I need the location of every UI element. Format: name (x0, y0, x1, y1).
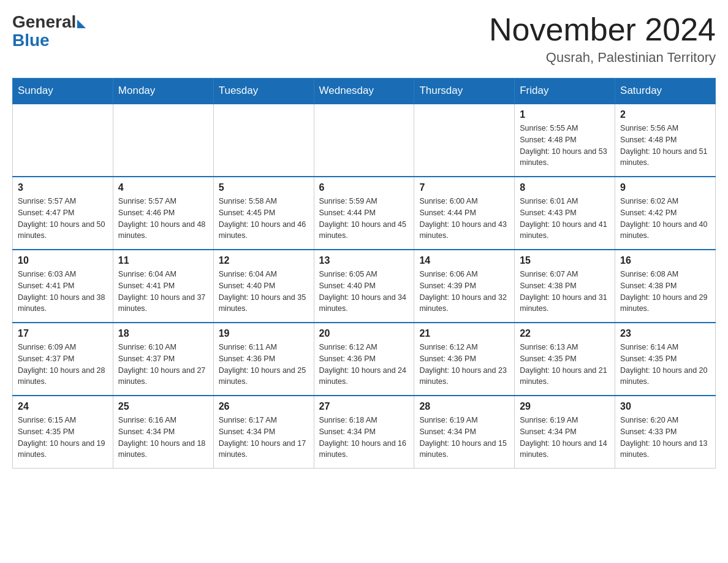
calendar-cell (213, 104, 314, 177)
day-number: 25 (118, 401, 208, 412)
day-info: Sunrise: 6:03 AMSunset: 4:41 PMDaylight:… (18, 269, 108, 315)
day-info: Sunrise: 6:06 AMSunset: 4:39 PMDaylight:… (419, 269, 509, 315)
day-number: 30 (620, 401, 710, 412)
calendar-cell (13, 104, 113, 177)
calendar-cell: 17Sunrise: 6:09 AMSunset: 4:37 PMDayligh… (13, 323, 113, 396)
day-info: Sunrise: 6:07 AMSunset: 4:38 PMDaylight:… (520, 269, 610, 315)
day-info: Sunrise: 6:15 AMSunset: 4:35 PMDaylight:… (18, 415, 108, 461)
day-number: 4 (118, 182, 208, 193)
day-info: Sunrise: 6:04 AMSunset: 4:41 PMDaylight:… (118, 269, 208, 315)
day-info: Sunrise: 5:57 AMSunset: 4:46 PMDaylight:… (118, 196, 208, 242)
day-info: Sunrise: 6:14 AMSunset: 4:35 PMDaylight:… (620, 342, 710, 388)
day-number: 2 (620, 109, 710, 120)
calendar-cell: 29Sunrise: 6:19 AMSunset: 4:34 PMDayligh… (515, 396, 615, 469)
calendar-cell (314, 104, 414, 177)
day-number: 15 (520, 255, 610, 266)
calendar-week-row: 10Sunrise: 6:03 AMSunset: 4:41 PMDayligh… (13, 250, 716, 323)
calendar-week-row: 17Sunrise: 6:09 AMSunset: 4:37 PMDayligh… (13, 323, 716, 396)
day-info: Sunrise: 6:01 AMSunset: 4:43 PMDaylight:… (520, 196, 610, 242)
day-info: Sunrise: 6:11 AMSunset: 4:36 PMDaylight:… (219, 342, 309, 388)
calendar-cell: 9Sunrise: 6:02 AMSunset: 4:42 PMDaylight… (615, 177, 716, 250)
day-info: Sunrise: 6:08 AMSunset: 4:38 PMDaylight:… (620, 269, 710, 315)
day-number: 9 (620, 182, 710, 193)
day-number: 5 (219, 182, 309, 193)
title-section: November 2024 Qusrah, Palestinian Territ… (489, 12, 716, 66)
day-number: 24 (18, 401, 108, 412)
calendar-cell: 2Sunrise: 5:56 AMSunset: 4:48 PMDaylight… (615, 104, 716, 177)
calendar-cell: 27Sunrise: 6:18 AMSunset: 4:34 PMDayligh… (314, 396, 414, 469)
logo-blue-text: Blue (12, 31, 50, 50)
day-number: 8 (520, 182, 610, 193)
calendar-cell: 15Sunrise: 6:07 AMSunset: 4:38 PMDayligh… (515, 250, 615, 323)
day-info: Sunrise: 6:12 AMSunset: 4:36 PMDaylight:… (419, 342, 509, 388)
calendar-cell: 7Sunrise: 6:00 AMSunset: 4:44 PMDaylight… (414, 177, 515, 250)
calendar-cell: 22Sunrise: 6:13 AMSunset: 4:35 PMDayligh… (515, 323, 615, 396)
day-number: 11 (118, 255, 208, 266)
calendar-header-thursday: Thursday (414, 79, 515, 104)
month-title: November 2024 (489, 12, 716, 47)
day-number: 23 (620, 328, 710, 339)
calendar-cell: 8Sunrise: 6:01 AMSunset: 4:43 PMDaylight… (515, 177, 615, 250)
day-number: 13 (319, 255, 409, 266)
logo-general-text: General (12, 12, 76, 32)
day-number: 3 (18, 182, 108, 193)
calendar-week-row: 3Sunrise: 5:57 AMSunset: 4:47 PMDaylight… (13, 177, 716, 250)
day-info: Sunrise: 6:10 AMSunset: 4:37 PMDaylight:… (118, 342, 208, 388)
day-info: Sunrise: 5:56 AMSunset: 4:48 PMDaylight:… (620, 123, 710, 169)
calendar-header-wednesday: Wednesday (314, 79, 414, 104)
logo-triangle-icon (77, 20, 86, 28)
calendar-cell: 18Sunrise: 6:10 AMSunset: 4:37 PMDayligh… (113, 323, 213, 396)
calendar-week-row: 1Sunrise: 5:55 AMSunset: 4:48 PMDaylight… (13, 104, 716, 177)
calendar-cell: 20Sunrise: 6:12 AMSunset: 4:36 PMDayligh… (314, 323, 414, 396)
day-info: Sunrise: 6:13 AMSunset: 4:35 PMDaylight:… (520, 342, 610, 388)
day-number: 12 (219, 255, 309, 266)
day-number: 21 (419, 328, 509, 339)
day-number: 26 (219, 401, 309, 412)
calendar-cell: 21Sunrise: 6:12 AMSunset: 4:36 PMDayligh… (414, 323, 515, 396)
calendar-week-row: 24Sunrise: 6:15 AMSunset: 4:35 PMDayligh… (13, 396, 716, 469)
calendar-cell: 28Sunrise: 6:19 AMSunset: 4:34 PMDayligh… (414, 396, 515, 469)
day-info: Sunrise: 6:17 AMSunset: 4:34 PMDaylight:… (219, 415, 309, 461)
day-number: 10 (18, 255, 108, 266)
day-number: 18 (118, 328, 208, 339)
day-info: Sunrise: 6:05 AMSunset: 4:40 PMDaylight:… (319, 269, 409, 315)
day-number: 16 (620, 255, 710, 266)
calendar-cell: 12Sunrise: 6:04 AMSunset: 4:40 PMDayligh… (213, 250, 314, 323)
day-number: 6 (319, 182, 409, 193)
logo: General Blue (12, 12, 86, 50)
day-number: 22 (520, 328, 610, 339)
day-number: 20 (319, 328, 409, 339)
day-info: Sunrise: 5:57 AMSunset: 4:47 PMDaylight:… (18, 196, 108, 242)
calendar-header-monday: Monday (113, 79, 213, 104)
calendar-header-saturday: Saturday (615, 79, 716, 104)
day-number: 27 (319, 401, 409, 412)
day-number: 28 (419, 401, 509, 412)
day-info: Sunrise: 6:00 AMSunset: 4:44 PMDaylight:… (419, 196, 509, 242)
calendar-cell: 13Sunrise: 6:05 AMSunset: 4:40 PMDayligh… (314, 250, 414, 323)
location-text: Qusrah, Palestinian Territory (489, 50, 716, 66)
day-number: 19 (219, 328, 309, 339)
calendar-cell: 23Sunrise: 6:14 AMSunset: 4:35 PMDayligh… (615, 323, 716, 396)
calendar-cell: 4Sunrise: 5:57 AMSunset: 4:46 PMDaylight… (113, 177, 213, 250)
day-number: 17 (18, 328, 108, 339)
day-number: 29 (520, 401, 610, 412)
calendar-cell: 19Sunrise: 6:11 AMSunset: 4:36 PMDayligh… (213, 323, 314, 396)
calendar-cell: 26Sunrise: 6:17 AMSunset: 4:34 PMDayligh… (213, 396, 314, 469)
day-info: Sunrise: 6:12 AMSunset: 4:36 PMDaylight:… (319, 342, 409, 388)
calendar-cell (414, 104, 515, 177)
calendar-cell: 24Sunrise: 6:15 AMSunset: 4:35 PMDayligh… (13, 396, 113, 469)
calendar-cell: 14Sunrise: 6:06 AMSunset: 4:39 PMDayligh… (414, 250, 515, 323)
calendar-cell: 6Sunrise: 5:59 AMSunset: 4:44 PMDaylight… (314, 177, 414, 250)
day-info: Sunrise: 6:19 AMSunset: 4:34 PMDaylight:… (520, 415, 610, 461)
calendar-cell: 3Sunrise: 5:57 AMSunset: 4:47 PMDaylight… (13, 177, 113, 250)
day-info: Sunrise: 6:09 AMSunset: 4:37 PMDaylight:… (18, 342, 108, 388)
day-info: Sunrise: 5:59 AMSunset: 4:44 PMDaylight:… (319, 196, 409, 242)
day-info: Sunrise: 5:55 AMSunset: 4:48 PMDaylight:… (520, 123, 610, 169)
day-info: Sunrise: 6:16 AMSunset: 4:34 PMDaylight:… (118, 415, 208, 461)
calendar-cell: 1Sunrise: 5:55 AMSunset: 4:48 PMDaylight… (515, 104, 615, 177)
calendar-cell: 30Sunrise: 6:20 AMSunset: 4:33 PMDayligh… (615, 396, 716, 469)
day-info: Sunrise: 6:19 AMSunset: 4:34 PMDaylight:… (419, 415, 509, 461)
day-number: 1 (520, 109, 610, 120)
calendar-cell: 5Sunrise: 5:58 AMSunset: 4:45 PMDaylight… (213, 177, 314, 250)
calendar-cell: 11Sunrise: 6:04 AMSunset: 4:41 PMDayligh… (113, 250, 213, 323)
